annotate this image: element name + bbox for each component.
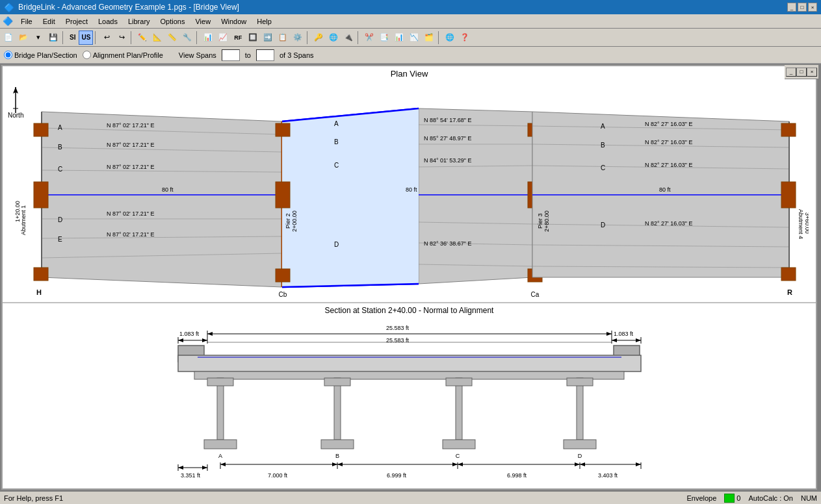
view-spans-label: View Spans <box>179 51 216 59</box>
envelope-value: 0 <box>736 494 740 502</box>
tool10[interactable]: ⚙️ <box>291 31 305 45</box>
svg-rect-44 <box>781 182 796 208</box>
span1-bearing-d: N 87° 02' 17.21" E <box>107 210 155 217</box>
pier3-label: Pier 3 <box>537 213 543 229</box>
svg-rect-73 <box>321 440 354 449</box>
rf-button[interactable]: RF <box>231 31 245 45</box>
tool3[interactable]: 📏 <box>165 31 179 45</box>
span2-girder-c: C <box>334 162 339 169</box>
menu-loads[interactable]: Loads <box>93 16 123 27</box>
undo-button[interactable]: ↩ <box>99 31 114 45</box>
beam-a <box>204 378 237 449</box>
span3-girder-a: A <box>601 123 605 130</box>
menu-edit[interactable]: Edit <box>38 16 60 27</box>
beam-d <box>564 378 596 449</box>
plan-view-title: Plan View <box>3 66 816 80</box>
menu-window[interactable]: Window <box>216 16 252 27</box>
span3-dim: 80 ft <box>659 186 671 193</box>
span1-girder-e: E <box>58 236 62 243</box>
maximize-button[interactable]: □ <box>798 3 807 12</box>
svg-rect-43 <box>34 268 48 281</box>
dim-7000: 7.000 ft <box>268 472 288 479</box>
svg-marker-96 <box>575 462 580 466</box>
tool9[interactable]: 📋 <box>276 31 290 45</box>
mdi-minimize[interactable]: _ <box>786 68 796 77</box>
tool13[interactable]: 🔌 <box>341 31 356 45</box>
menu-help[interactable]: Help <box>252 16 277 27</box>
tool12[interactable]: 🌐 <box>326 31 341 45</box>
menu-view[interactable]: View <box>190 16 216 27</box>
mdi-restore[interactable]: □ <box>796 68 807 77</box>
radio-bridge-plan[interactable]: Bridge Plan/Section <box>4 51 77 59</box>
svg-marker-3 <box>42 112 282 287</box>
tool6[interactable]: 📈 <box>216 31 230 45</box>
new-button[interactable]: 📄 <box>1 31 16 45</box>
open-dropdown[interactable]: ▾ <box>31 31 46 45</box>
tool19[interactable]: 🌐 <box>443 31 457 45</box>
svg-rect-42 <box>34 123 48 136</box>
radio-alignment[interactable]: Alignment Plan/Profile <box>83 51 163 59</box>
svg-marker-55 <box>178 338 183 342</box>
menu-options[interactable]: Options <box>155 16 190 27</box>
tool15[interactable]: 📑 <box>377 31 391 45</box>
mdi-close[interactable]: × <box>807 68 817 77</box>
span1-girder-a: A <box>58 124 62 131</box>
menu-library[interactable]: Library <box>123 16 155 27</box>
tool5[interactable]: 📊 <box>201 31 215 45</box>
tool2[interactable]: 📐 <box>150 31 164 45</box>
menu-bar: 🔷 File Edit Project Loads Library Option… <box>0 14 821 29</box>
svg-rect-71 <box>334 378 341 440</box>
span-to-input[interactable]: 3 <box>256 49 274 61</box>
redo-button[interactable]: ↪ <box>114 31 129 45</box>
r-label: R <box>787 288 792 296</box>
radio-bridge-input[interactable] <box>4 51 12 59</box>
autocalc-label: AutoCalc : On <box>748 494 792 502</box>
abutment1-station: 1+20.00 <box>14 201 21 222</box>
si-button[interactable]: SI <box>67 31 78 45</box>
svg-marker-91 <box>337 462 343 466</box>
help-btn[interactable]: ❓ <box>458 31 472 45</box>
menu-project[interactable]: Project <box>60 16 93 27</box>
span2-bearing-c: N 84° 01' 53.29" E <box>424 157 472 164</box>
radio-alignment-input[interactable] <box>83 51 91 59</box>
title-bar-controls: _ □ × <box>787 3 817 12</box>
span1-bearing-e: N 87° 02' 17.21" E <box>107 231 155 238</box>
menu-file[interactable]: File <box>16 16 38 27</box>
tool16[interactable]: 📊 <box>392 31 406 45</box>
section-view-svg[interactable]: 1.083 ft 1.083 ft 25.583 f <box>3 316 816 485</box>
plan-view-svg[interactable]: Cb Ca <box>3 86 809 300</box>
save-button[interactable]: 💾 <box>46 31 60 45</box>
view-options-bar: Bridge Plan/Section Alignment Plan/Profi… <box>0 47 821 64</box>
svg-rect-69 <box>207 378 233 386</box>
svg-rect-72 <box>324 378 350 386</box>
span-from-input[interactable]: 1 <box>222 49 240 61</box>
tool14[interactable]: ✂️ <box>362 31 376 45</box>
tool11[interactable]: 🔑 <box>311 31 326 45</box>
svg-marker-84 <box>202 466 207 470</box>
tool4[interactable]: 🔧 <box>180 31 194 45</box>
tool17[interactable]: 📉 <box>407 31 421 45</box>
total-spans-label: of 3 Spans <box>280 51 314 59</box>
sep1 <box>62 31 65 44</box>
envelope-value-box: 0 <box>724 494 740 503</box>
close-button[interactable]: × <box>808 3 817 12</box>
radio-bridge-label: Bridge Plan/Section <box>14 51 77 59</box>
span2-girder-b: B <box>334 138 339 145</box>
tool1[interactable]: ✏️ <box>135 31 150 45</box>
svg-rect-74 <box>456 378 462 440</box>
us-button[interactable]: US <box>79 31 93 45</box>
tool8[interactable]: ➡️ <box>261 31 275 45</box>
sep7 <box>438 31 441 44</box>
app-title: BridgeLink - Advanced Geometry Example 1… <box>18 3 787 12</box>
tool18[interactable]: 🗂️ <box>422 31 436 45</box>
svg-rect-76 <box>443 440 475 449</box>
svg-rect-68 <box>217 378 224 440</box>
minimize-button[interactable]: _ <box>787 3 796 12</box>
bridge-view-window: Plan View North <box>1 65 817 490</box>
beam-label-b: B <box>335 453 339 459</box>
open-button[interactable]: 📂 <box>16 31 31 45</box>
dim-6999: 6.999 ft <box>387 472 407 479</box>
radio-alignment-label: Alignment Plan/Profile <box>93 51 163 59</box>
menu-icon: 🔷 <box>3 16 13 26</box>
tool7[interactable]: 🔲 <box>246 31 260 45</box>
